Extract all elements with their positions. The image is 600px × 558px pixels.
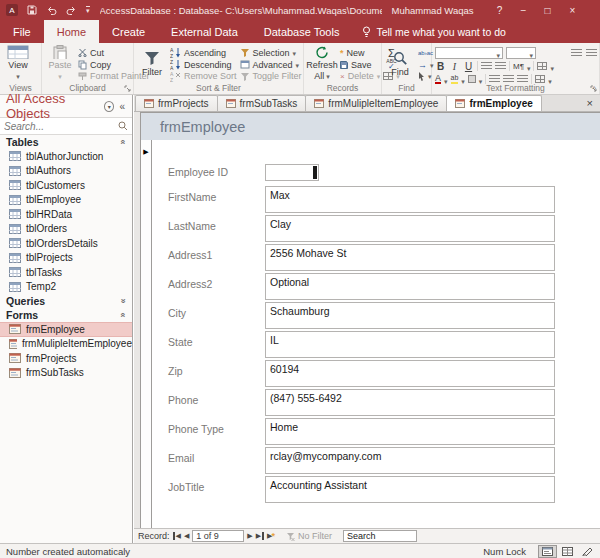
find-button[interactable]: Find xyxy=(385,45,415,82)
save-icon[interactable] xyxy=(27,5,37,15)
tab-external-data[interactable]: External Data xyxy=(158,20,251,43)
datasheet-view-button[interactable] xyxy=(558,545,577,558)
nav-section-queries[interactable]: Queries xyxy=(0,294,132,308)
view-button[interactable]: View xyxy=(3,45,33,82)
help-button[interactable]: ? xyxy=(488,5,512,16)
customize-qat-icon[interactable] xyxy=(86,6,90,14)
next-record-button[interactable] xyxy=(247,532,252,540)
field-input-lastname[interactable]: Clay xyxy=(265,215,555,242)
ascending-label: Ascending xyxy=(184,48,226,58)
close-button[interactable]: × xyxy=(560,5,586,16)
record-search-input[interactable] xyxy=(343,530,417,542)
first-record-button[interactable] xyxy=(173,532,181,540)
descending-button[interactable]: ZA Descending xyxy=(170,59,237,71)
ribbon-group-views: View Views xyxy=(0,43,42,94)
record-position-box[interactable]: 1 of 9 xyxy=(192,530,244,542)
advanced-button[interactable]: Advanced xyxy=(240,59,302,71)
tab-create[interactable]: Create xyxy=(99,20,158,43)
tab-database-tools[interactable]: Database Tools xyxy=(251,20,353,43)
design-view-button[interactable] xyxy=(578,545,597,558)
delete-record-button[interactable]: × Delete xyxy=(340,70,380,82)
nav-item-frmProjects[interactable]: frmProjects xyxy=(0,351,132,366)
doc-tab-frmEmployee[interactable]: frmEmployee xyxy=(446,95,541,111)
nav-item-tblCustomers[interactable]: tblCustomers xyxy=(0,178,132,193)
alternate-row-color-icon[interactable] xyxy=(535,75,545,83)
field-input-city[interactable]: Schaumburg xyxy=(265,302,555,329)
form-view-icon xyxy=(542,547,553,556)
clipboard-dialog-launcher-icon[interactable] xyxy=(124,85,131,92)
previous-record-button[interactable] xyxy=(184,532,189,540)
align-center-icon[interactable] xyxy=(503,75,514,83)
nav-item-tblHRData[interactable]: tblHRData xyxy=(0,207,132,222)
paste-button[interactable]: Paste xyxy=(45,45,75,82)
close-document-icon[interactable]: × xyxy=(587,97,600,111)
bullets-icon[interactable] xyxy=(571,49,582,57)
refresh-all-button[interactable]: Refresh All xyxy=(307,45,337,82)
new-record-button[interactable]: * New xyxy=(340,47,380,59)
tab-home[interactable]: Home xyxy=(44,20,99,43)
field-input-phone[interactable]: (847) 555-6492 xyxy=(265,389,555,416)
increase-indent-icon[interactable] xyxy=(495,62,506,70)
save-record-button[interactable]: Save xyxy=(340,59,380,71)
nav-section-tables[interactable]: Tables xyxy=(0,135,132,149)
form-view-button[interactable] xyxy=(538,545,557,558)
tell-me-box[interactable]: Tell me what you want to do xyxy=(352,20,516,43)
account-user-name[interactable]: Muhammad Waqas xyxy=(392,5,474,16)
maximize-button[interactable]: □ xyxy=(536,5,560,16)
font-size-select[interactable] xyxy=(506,47,536,59)
background-fill-button[interactable] xyxy=(468,75,476,83)
nav-item-tblTasks[interactable]: tblTasks xyxy=(0,265,132,280)
field-input-jobtitle[interactable]: Accounting Assistant xyxy=(265,476,555,503)
doc-tab-label: frmMulipleItemEmployee xyxy=(328,98,438,109)
doc-tab-frmProjects[interactable]: frmProjects xyxy=(135,95,218,111)
redo-icon[interactable] xyxy=(66,6,77,15)
field-input-state[interactable]: IL xyxy=(265,331,555,358)
search-icon[interactable] xyxy=(118,121,128,131)
nav-item-frmMulipleItemEmployee[interactable]: frmMulipleItemEmployee xyxy=(0,337,132,352)
field-input-address2[interactable]: Optional xyxy=(265,273,555,300)
nav-item-tblAuthorJunction[interactable]: tblAuthorJunction xyxy=(0,149,132,164)
last-record-button[interactable] xyxy=(256,532,264,540)
toggle-filter-button[interactable]: Toggle Filter xyxy=(240,70,302,82)
field-input-phone-type[interactable]: Home xyxy=(265,418,555,445)
nav-item-Temp2[interactable]: Temp2 xyxy=(0,280,132,295)
doc-tab-frmSubTasks[interactable]: frmSubTasks xyxy=(217,95,307,111)
text-direction-button[interactable]: M¶ xyxy=(513,62,524,71)
nav-item-tblProjects[interactable]: tblProjects xyxy=(0,251,132,266)
ascending-button[interactable]: AZ Ascending xyxy=(170,47,237,59)
field-input-address1[interactable]: 2556 Mohave St xyxy=(265,244,555,271)
shutter-bar-close-icon[interactable] xyxy=(119,101,125,112)
remove-sort-button[interactable]: AZ Remove Sort xyxy=(170,70,237,82)
nav-menu-icon[interactable] xyxy=(104,101,114,112)
nav-item-tblOrdersDetails[interactable]: tblOrdersDetails xyxy=(0,236,132,251)
gridlines-icon[interactable] xyxy=(537,62,547,70)
doc-tab-frmMulipleItemEmployee[interactable]: frmMulipleItemEmployee xyxy=(305,95,447,111)
new-blank-record-button[interactable]: * xyxy=(267,531,275,541)
selection-button[interactable]: Selection xyxy=(240,47,302,59)
nav-item-frmSubTasks[interactable]: frmSubTasks xyxy=(0,366,132,381)
decrease-indent-icon[interactable] xyxy=(481,62,492,70)
nav-search-input[interactable] xyxy=(4,121,116,132)
numbering-icon[interactable] xyxy=(586,49,597,57)
font-family-select[interactable] xyxy=(435,47,503,59)
record-selector-bar[interactable]: ▶ xyxy=(141,140,152,528)
minimize-button[interactable]: − xyxy=(512,5,536,16)
field-input-firstname[interactable]: Max xyxy=(265,186,555,213)
nav-section-forms[interactable]: Forms xyxy=(0,308,132,322)
align-left-icon[interactable] xyxy=(489,75,500,83)
align-right-icon[interactable] xyxy=(517,75,528,83)
field-input-employee-id[interactable] xyxy=(265,164,319,181)
tab-file[interactable]: File xyxy=(0,20,44,43)
collapse-ribbon-icon[interactable] xyxy=(592,84,596,93)
field-input-zip[interactable]: 60194 xyxy=(265,360,555,387)
nav-item-tblEmployee[interactable]: tblEmployee xyxy=(0,193,132,208)
nav-item-tblAuthors[interactable]: tblAuthors xyxy=(0,164,132,179)
nav-item-tblOrders[interactable]: tblOrders xyxy=(0,222,132,237)
no-filter-button[interactable]: No Filter xyxy=(286,531,332,541)
nav-item-frmEmployee[interactable]: frmEmployee xyxy=(0,322,132,337)
ribbon-group-text-formatting: B I U M¶ A ab xyxy=(432,43,600,94)
field-input-email[interactable]: rclay@mycompany.com xyxy=(265,447,555,474)
filter-button[interactable]: Filter xyxy=(137,45,167,82)
undo-icon[interactable] xyxy=(46,6,57,15)
italic-button[interactable]: I xyxy=(449,61,460,72)
